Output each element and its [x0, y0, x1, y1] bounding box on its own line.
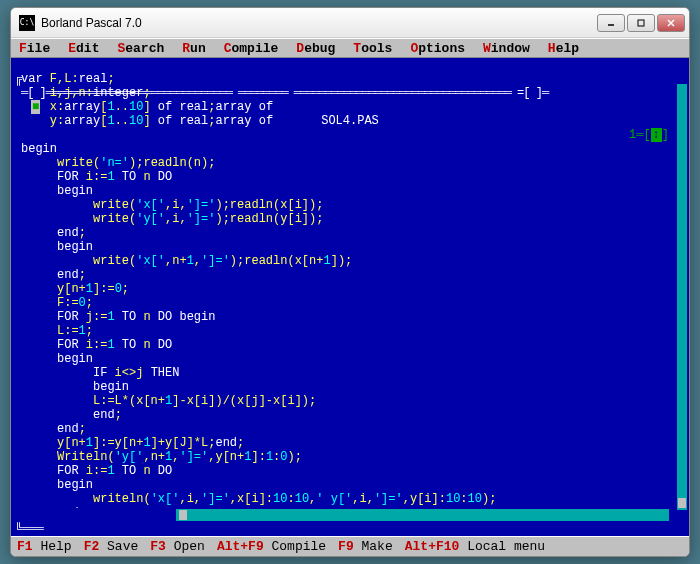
- minimize-button[interactable]: [597, 14, 625, 32]
- menu-search[interactable]: Search: [117, 41, 164, 56]
- maximize-button[interactable]: [627, 14, 655, 32]
- menu-window[interactable]: Window: [483, 41, 530, 56]
- app-window: C:\ Borland Pascal 7.0 FileEditSearchRun…: [10, 7, 690, 557]
- menu-run[interactable]: Run: [182, 41, 205, 56]
- menu-compile[interactable]: Compile: [224, 41, 279, 56]
- titlebar[interactable]: C:\ Borland Pascal 7.0: [11, 8, 689, 38]
- code-editor[interactable]: var F,L:real; i,j,n:integer; x:array[1..…: [11, 72, 689, 508]
- menu-debug[interactable]: Debug: [296, 41, 335, 56]
- editor-titlebar: ╔ ═[ ]══════════════════════════════ ═══…: [11, 58, 689, 72]
- status-f2[interactable]: F2 Save: [84, 539, 139, 554]
- status-f3[interactable]: F3 Open: [150, 539, 205, 554]
- close-button[interactable]: [657, 14, 685, 32]
- window-controls: [597, 14, 685, 32]
- statusbar: F1 HelpF2 SaveF3 OpenAlt+F9 CompileF9 Ma…: [11, 536, 689, 556]
- scroll-thumb-h[interactable]: [179, 510, 187, 520]
- menubar: FileEditSearchRunCompileDebugToolsOption…: [11, 38, 689, 58]
- editor-statusline: ╚═══ 37:23 ◄ ►: [11, 508, 689, 522]
- window-number: 1═[↕]: [629, 128, 669, 142]
- status-alt-f10[interactable]: Alt+F10 Local menu: [405, 539, 545, 554]
- status-f9[interactable]: F9 Make: [338, 539, 393, 554]
- close-editor-icon[interactable]: ■: [31, 100, 40, 114]
- menu-help[interactable]: Help: [548, 41, 579, 56]
- app-icon: C:\: [19, 15, 35, 31]
- window-title: Borland Pascal 7.0: [41, 16, 597, 30]
- status-alt-f9[interactable]: Alt+F9 Compile: [217, 539, 326, 554]
- menu-edit[interactable]: Edit: [68, 41, 99, 56]
- vertical-scrollbar[interactable]: [677, 72, 687, 522]
- menu-tools[interactable]: Tools: [353, 41, 392, 56]
- editor-filename: SOL4.PAS: [321, 114, 379, 128]
- svg-rect-1: [638, 20, 644, 26]
- scroll-thumb[interactable]: [678, 498, 686, 508]
- zoom-icon[interactable]: ↕: [651, 128, 662, 142]
- menu-file[interactable]: File: [19, 41, 50, 56]
- menu-options[interactable]: Options: [410, 41, 465, 56]
- horizontal-scrollbar[interactable]: [176, 509, 669, 521]
- editor-frame: ╔ ═[ ]══════════════════════════════ ═══…: [11, 58, 689, 536]
- status-f1[interactable]: F1 Help: [17, 539, 72, 554]
